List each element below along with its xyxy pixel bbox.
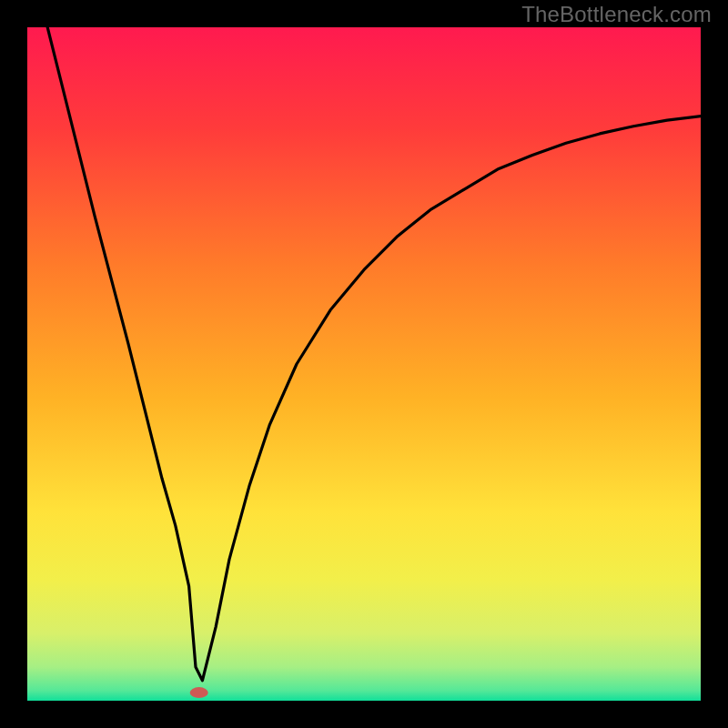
border-bottom: [0, 701, 728, 728]
watermark-label: TheBottleneck.com: [521, 2, 712, 27]
marker-dot: [190, 687, 208, 698]
chart-frame: TheBottleneck.com: [0, 0, 728, 728]
plot-background: [27, 27, 701, 701]
plot-svg: [27, 27, 701, 701]
border-left: [0, 0, 27, 728]
border-right: [701, 0, 728, 728]
